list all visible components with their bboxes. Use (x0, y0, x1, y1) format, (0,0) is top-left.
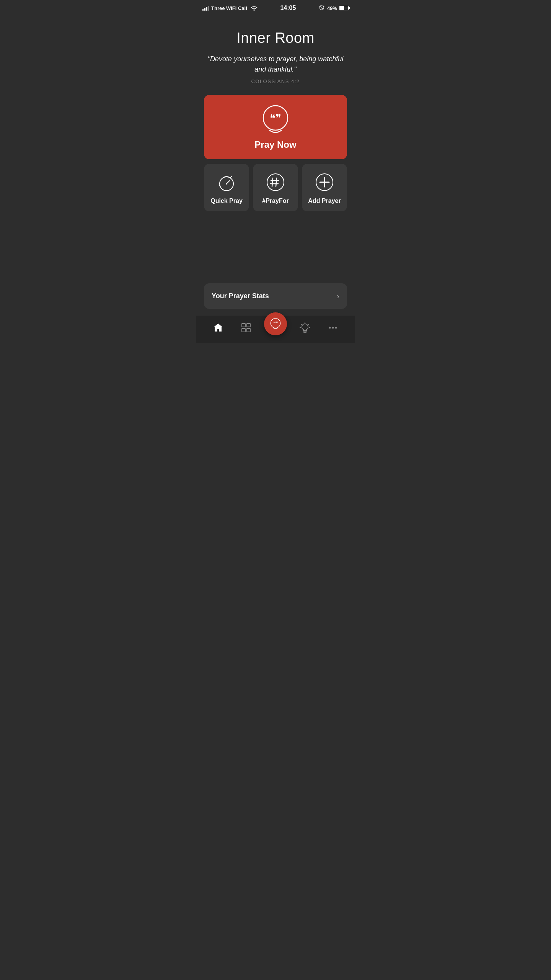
quote-reference: COLOSSIANS 4:2 (204, 78, 347, 84)
pray-now-button[interactable]: ❝❞ Pray Now (204, 95, 347, 159)
home-icon (213, 322, 223, 333)
pray-for-label: #PrayFor (262, 198, 289, 204)
main-content: Inner Room "Devote yourselves to prayer,… (196, 15, 355, 315)
battery-icon (339, 6, 349, 10)
nav-more[interactable] (323, 321, 343, 335)
svg-line-26 (308, 324, 309, 325)
nav-pray-center[interactable]: ❝❞ (264, 312, 287, 335)
svg-text:❝❞: ❝❞ (270, 112, 281, 124)
quote-text: "Devote yourselves to prayer, being watc… (204, 54, 347, 75)
svg-rect-17 (247, 323, 250, 327)
plus-circle-icon (315, 172, 334, 192)
lightbulb-icon (300, 322, 310, 333)
stats-section: Your Prayer Stats › (204, 217, 347, 315)
status-bar: Three WiFi Call 14:05 49% (196, 0, 355, 15)
hashtag-icon (266, 172, 285, 192)
battery-percent: 49% (327, 5, 337, 11)
nav-ideas[interactable] (295, 321, 315, 335)
svg-line-9 (272, 178, 273, 186)
alarm-icon (319, 5, 325, 11)
more-icon (328, 322, 338, 333)
svg-rect-18 (242, 328, 245, 332)
nav-grid[interactable] (236, 321, 256, 335)
add-prayer-button[interactable]: Add Prayer (302, 164, 347, 211)
app-title: Inner Room (204, 30, 347, 46)
svg-rect-16 (242, 323, 245, 327)
action-grid: Quick Pray #PrayFor Add Prayer (204, 164, 347, 211)
stats-card[interactable]: Your Prayer Stats › (204, 283, 347, 309)
pray-for-button[interactable]: #PrayFor (253, 164, 298, 211)
wifi-icon (251, 5, 258, 11)
svg-point-31 (335, 327, 337, 329)
grid-icon (241, 322, 251, 333)
quick-pray-label: Quick Pray (210, 198, 243, 204)
status-right: 49% (319, 5, 349, 11)
status-left: Three WiFi Call (202, 5, 258, 11)
svg-rect-19 (247, 328, 250, 332)
svg-line-10 (276, 178, 277, 186)
stopwatch-icon (217, 172, 236, 192)
svg-line-5 (230, 176, 231, 178)
svg-point-7 (226, 183, 227, 185)
pray-bubble-icon: ❝❞ (260, 104, 291, 135)
nav-home[interactable] (208, 321, 228, 335)
carrier-text: Three WiFi Call (211, 5, 247, 11)
svg-text:❝❞: ❝❞ (273, 321, 278, 326)
quick-pray-button[interactable]: Quick Pray (204, 164, 249, 211)
svg-point-8 (267, 174, 284, 191)
status-time: 14:05 (280, 5, 296, 11)
svg-point-29 (329, 327, 331, 329)
svg-line-25 (301, 324, 302, 325)
stats-chevron: › (337, 292, 339, 301)
pray-now-label: Pray Now (254, 139, 296, 150)
bottom-nav: ❝❞ (196, 315, 355, 343)
stats-label: Your Prayer Stats (212, 292, 269, 300)
add-prayer-label: Add Prayer (308, 198, 341, 204)
pray-center-icon: ❝❞ (269, 317, 282, 331)
svg-point-30 (332, 327, 334, 329)
signal-bars (202, 6, 209, 11)
